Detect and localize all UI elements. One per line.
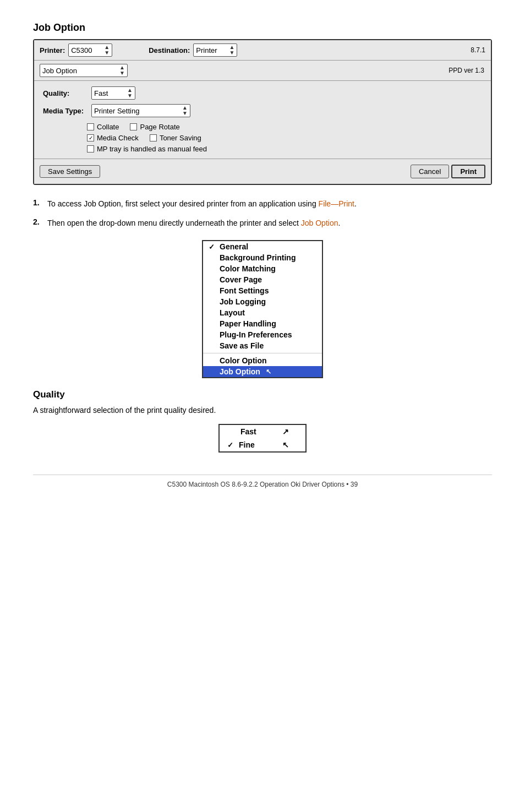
destination-value: Printer (196, 46, 217, 55)
instruction-1-link: File—Print (319, 199, 354, 208)
quality-row: Quality: Fast ▲▼ (43, 86, 482, 100)
toner-saving-checkbox-item: Toner Saving (150, 134, 201, 142)
printer-select[interactable]: C5300 ▲▼ (68, 43, 112, 57)
instruction-2-text-before: Then open the drop-down menu directly un… (47, 219, 301, 227)
printer-section: Printer: C5300 ▲▼ Destination: Printer ▲… (40, 43, 237, 57)
paper-handling-label: Paper Handling (220, 319, 276, 328)
instruction-2-text-after: . (338, 219, 340, 227)
media-type-select[interactable]: Printer Setting ▲▼ (91, 104, 190, 117)
printer-select-arrow: ▲▼ (104, 45, 110, 56)
menu-item-font-settings[interactable]: Font Settings (203, 285, 322, 296)
mp-tray-checkbox[interactable] (87, 145, 94, 152)
cancel-button[interactable]: Cancel (411, 165, 449, 178)
instruction-1-text-before: To access Job Option, first select your … (47, 199, 319, 208)
instruction-2: 2. Then open the drop-down menu directly… (33, 217, 492, 229)
media-type-value: Printer Setting (94, 107, 139, 115)
destination-select-arrow: ▲▼ (229, 45, 234, 56)
instruction-2-number: 2. (33, 217, 44, 229)
page-title: Job Option (33, 22, 492, 34)
page-rotate-checkbox-item: Page Rotate (130, 123, 179, 131)
menu-item-color-option[interactable]: Color Option (203, 355, 322, 366)
instruction-2-link: Job Option (301, 219, 338, 227)
bg-print-label: Background Printing (220, 253, 296, 262)
menu-item-paper-handling[interactable]: Paper Handling (203, 318, 322, 329)
menu-item-general[interactable]: ✓ General (203, 241, 322, 252)
print-button[interactable]: Print (451, 165, 485, 178)
color-matching-label: Color Matching (220, 264, 276, 273)
menu-item-layout[interactable]: Layout (203, 307, 322, 318)
general-checkmark: ✓ (209, 243, 216, 251)
quality-fast-spacer (227, 427, 236, 436)
instruction-1-number: 1. (33, 198, 44, 210)
general-label: General (220, 242, 248, 251)
toner-saving-label: Toner Saving (160, 134, 201, 142)
quality-dropdown: Fast ↗ Fine ↖ (218, 424, 307, 453)
quality-value: Fast (94, 89, 108, 97)
media-check-label: Media Check (97, 134, 139, 142)
dialog-content: Quality: Fast ▲▼ Media Type: Printer Set… (34, 81, 491, 159)
media-check-checkbox[interactable] (87, 134, 94, 141)
instruction-1-text: To access Job Option, first select your … (47, 198, 357, 210)
quality-fine-label: Fine (239, 440, 255, 449)
menu-item-cover-page[interactable]: Cover Page (203, 274, 322, 285)
page-container: Job Option Printer: C5300 ▲▼ Destination… (0, 0, 525, 510)
media-type-arrow: ▲▼ (182, 105, 188, 116)
destination-label: Destination: (149, 46, 190, 55)
job-option-value: Job Option (42, 67, 77, 75)
printer-value: C5300 (71, 46, 92, 55)
dropdown-menu-container: ✓ General Background Printing Color Matc… (33, 240, 492, 378)
menu-item-job-logging[interactable]: Job Logging (203, 296, 322, 307)
media-type-row: Media Type: Printer Setting ▲▼ (43, 104, 482, 117)
quality-cursor-icon: ↖ (282, 440, 289, 449)
checkboxes-area: Collate Page Rotate Media Check (87, 123, 482, 153)
quality-fine-item[interactable]: Fine ↖ (220, 438, 305, 451)
layout-label: Layout (220, 308, 245, 317)
font-settings-label: Font Settings (220, 286, 269, 295)
save-settings-button[interactable]: Save Settings (40, 165, 100, 178)
job-option-bar: Job Option ▲▼ PPD ver 1.3 (34, 61, 491, 81)
menu-item-background-printing[interactable]: Background Printing (203, 252, 322, 263)
destination-select[interactable]: Printer ▲▼ (193, 43, 237, 57)
instructions-section: 1. To access Job Option, first select yo… (33, 198, 492, 229)
version-label: 8.7.1 (471, 46, 485, 54)
collate-checkbox[interactable] (87, 123, 94, 130)
instruction-2-text: Then open the drop-down menu directly un… (47, 217, 340, 229)
ppd-label: PPD ver 1.3 (449, 67, 484, 74)
menu-item-save-as-file[interactable]: Save as File (203, 340, 322, 351)
mp-tray-checkbox-item: MP tray is handled as manual feed (87, 145, 207, 153)
mp-tray-label: MP tray is handled as manual feed (97, 145, 207, 153)
instruction-1-text-after: . (354, 199, 357, 208)
print-dialog: Printer: C5300 ▲▼ Destination: Printer ▲… (33, 39, 492, 185)
footer-text: C5300 Macintosh OS 8.6-9.2.2 Operation O… (167, 481, 358, 488)
collate-label: Collate (97, 123, 119, 131)
quality-fast-label: Fast (240, 427, 256, 436)
media-type-label: Media Type: (43, 107, 87, 115)
cover-page-label: Cover Page (220, 275, 262, 284)
dropdown-menu: ✓ General Background Printing Color Matc… (202, 240, 323, 378)
menu-item-job-option[interactable]: Job Option ↖ (203, 366, 322, 377)
dialog-bottom: Save Settings Cancel Print (34, 159, 491, 184)
menu-item-color-matching[interactable]: Color Matching (203, 263, 322, 274)
toner-saving-checkbox[interactable] (150, 134, 157, 141)
quality-fast-item[interactable]: Fast ↗ (220, 425, 305, 438)
job-option-select[interactable]: Job Option ▲▼ (40, 64, 128, 77)
collate-checkbox-item: Collate (87, 123, 119, 131)
media-check-checkbox-item: Media Check (87, 134, 139, 142)
printer-label: Printer: (40, 46, 65, 55)
quality-dropdown-container: Fast ↗ Fine ↖ (33, 424, 492, 453)
menu-item-plugin-prefs[interactable]: Plug-In Preferences (203, 329, 322, 340)
quality-select[interactable]: Fast ▲▼ (91, 86, 135, 100)
page-rotate-label: Page Rotate (140, 123, 179, 131)
job-option-menu-label: Job Option (220, 367, 260, 376)
dialog-buttons-right: Cancel Print (411, 165, 485, 178)
checkbox-row-3: MP tray is handled as manual feed (87, 145, 482, 153)
quality-fast-arrow: ↗ (282, 427, 289, 436)
page-rotate-checkbox[interactable] (130, 123, 137, 130)
instruction-1: 1. To access Job Option, first select yo… (33, 198, 492, 210)
quality-section-title: Quality (33, 389, 492, 400)
checkbox-row-1: Collate Page Rotate (87, 123, 482, 131)
job-option-arrow: ▲▼ (119, 65, 125, 76)
menu-divider (203, 353, 322, 353)
bg-print-checkmark (209, 254, 216, 262)
footer: C5300 Macintosh OS 8.6-9.2.2 Operation O… (33, 475, 492, 488)
